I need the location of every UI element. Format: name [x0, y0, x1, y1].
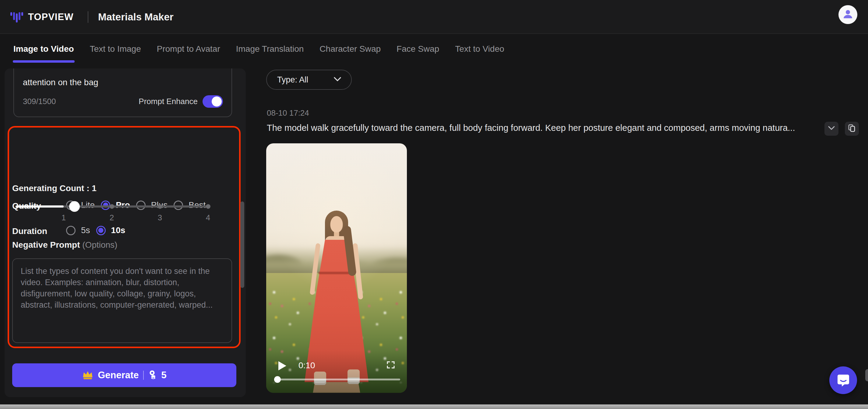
prompt-enhance-label: Prompt Enhance — [138, 97, 198, 106]
support-chat-button[interactable] — [829, 366, 857, 394]
coin-stack-icon — [148, 370, 157, 381]
radio-label: 10s — [111, 226, 125, 235]
slider-dot-4[interactable] — [206, 204, 211, 209]
duration-option-10s[interactable]: 10s — [96, 226, 125, 235]
generate-cost: 5 — [161, 370, 166, 381]
tab-face-swap[interactable]: Face Swap — [397, 44, 439, 54]
negative-prompt-optional: (Options) — [82, 240, 117, 249]
video-result-card[interactable]: 0:10 — [266, 143, 407, 393]
negative-prompt-input[interactable] — [12, 259, 232, 343]
app-root: TOPVIEW Materials Maker Image to Video T… — [0, 0, 868, 409]
fullscreen-icon[interactable] — [387, 361, 395, 370]
user-avatar[interactable] — [838, 5, 857, 24]
tab-image-translation[interactable]: Image Translation — [236, 44, 304, 54]
person-icon — [842, 8, 854, 21]
tab-text-to-image[interactable]: Text to Image — [90, 44, 141, 54]
copy-prompt-button[interactable] — [845, 122, 859, 136]
video-duration: 0:10 — [299, 361, 315, 370]
horizontal-scrollbar[interactable] — [0, 404, 868, 409]
type-filter-value: Type: All — [277, 75, 308, 84]
toggle-knob — [212, 97, 222, 106]
brand-name: TOPVIEW — [28, 11, 73, 23]
result-prompt-text: The model walk gracefully toward the cam… — [267, 123, 819, 133]
video-progress-thumb[interactable] — [274, 376, 281, 383]
prompt-input-text[interactable]: attention on the bag — [23, 78, 98, 87]
negative-prompt-label: Negative Prompt — [12, 240, 80, 249]
slider-fill — [16, 205, 64, 208]
duration-label: Duration — [12, 227, 47, 236]
tab-prompt-to-avatar[interactable]: Prompt to Avatar — [157, 44, 220, 54]
model-face — [331, 216, 343, 233]
radio-icon[interactable] — [66, 226, 75, 235]
slider-dot-3[interactable] — [158, 204, 162, 209]
radio-label: 5s — [81, 226, 90, 235]
char-counter: 309/1500 — [23, 97, 56, 106]
play-button-icon[interactable] — [278, 361, 286, 370]
generating-count-slider[interactable] — [16, 204, 209, 209]
generate-label: Generate — [98, 370, 138, 381]
video-progress-track[interactable] — [274, 379, 400, 380]
slider-dot-2[interactable] — [110, 204, 114, 209]
speech-bubble-icon — [837, 373, 850, 388]
tool-tabs: Image to Video Text to Image Prompt to A… — [13, 34, 504, 64]
radio-icon[interactable] — [96, 226, 106, 235]
page-title: Materials Maker — [98, 0, 174, 34]
header-divider — [88, 11, 88, 23]
prompt-input[interactable]: attention on the bag 309/1500 Prompt Enh… — [13, 68, 232, 117]
copy-icon — [848, 124, 856, 134]
tab-text-to-video[interactable]: Text to Video — [455, 44, 504, 54]
waveform-logo-icon — [10, 10, 23, 24]
slider-handle[interactable] — [69, 201, 80, 212]
expand-prompt-button[interactable] — [825, 122, 838, 136]
tab-image-to-video[interactable]: Image to Video — [13, 44, 74, 54]
chevron-down-icon — [828, 126, 835, 132]
generating-count-label: Generating Count : 1 — [12, 183, 97, 193]
slider-mark-1: 1 — [62, 213, 66, 223]
slider-mark-2: 2 — [110, 213, 114, 223]
crown-icon — [82, 370, 93, 381]
button-divider — [143, 371, 144, 380]
settings-panel: attention on the bag 309/1500 Prompt Enh… — [5, 68, 246, 397]
panel-scrollbar[interactable] — [240, 201, 244, 288]
duration-options: 5s 10s — [66, 226, 125, 235]
slider-marks: 1 2 3 4 — [16, 213, 209, 224]
generate-button[interactable]: Generate 5 — [12, 363, 236, 387]
tab-character-swap[interactable]: Character Swap — [319, 44, 381, 54]
slider-mark-4: 4 — [206, 213, 210, 223]
negative-prompt-label-row: Negative Prompt (Options) — [12, 240, 117, 250]
slider-mark-3: 3 — [158, 213, 162, 223]
result-timestamp: 08-10 17:24 — [267, 108, 309, 118]
side-handle[interactable] — [865, 369, 868, 381]
brand-logo[interactable]: TOPVIEW — [10, 0, 73, 34]
duration-option-5s[interactable]: 5s — [66, 226, 90, 235]
header: TOPVIEW Materials Maker — [0, 0, 868, 34]
prompt-enhance-row: Prompt Enhance — [138, 95, 223, 108]
prompt-enhance-toggle[interactable] — [203, 95, 223, 108]
controls-shade — [266, 350, 407, 393]
chevron-down-icon — [334, 77, 341, 83]
type-filter-dropdown[interactable]: Type: All — [266, 70, 352, 90]
